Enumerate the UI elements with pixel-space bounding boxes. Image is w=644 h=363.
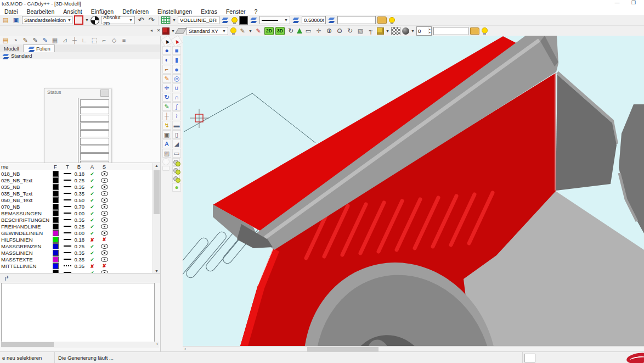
tree-root-standard[interactable]: Standard	[0, 52, 160, 59]
camera-icon[interactable]: ▣	[162, 130, 171, 139]
chevron-down-icon[interactable]: ▼	[386, 29, 389, 33]
save-icon[interactable]: ▣	[12, 16, 20, 25]
layer-active-toggle[interactable]: ✔	[87, 191, 98, 197]
solid-wedge-icon[interactable]: ◢	[172, 139, 181, 148]
layer-linetype-cell[interactable]	[61, 219, 74, 220]
layers-icon[interactable]	[327, 16, 336, 24]
pipe-joint-icon[interactable]: ⌐	[100, 36, 109, 44]
layer-row[interactable]: 018_NB0.18✔	[0, 170, 160, 177]
column-name[interactable]: me	[0, 164, 49, 170]
3d-viewport[interactable]	[183, 36, 644, 346]
zoom-in-icon[interactable]: ⊕	[325, 26, 334, 35]
color-swatch[interactable]	[53, 171, 59, 177]
snap-grid-icon[interactable]: ┼	[162, 111, 171, 120]
scroll-up-icon[interactable]: ▲	[155, 164, 159, 167]
layer-visible-toggle[interactable]	[98, 204, 111, 209]
color-swatch[interactable]	[53, 256, 59, 263]
select-red-cursor-icon[interactable]: ▲	[171, 35, 183, 47]
pick-flash-icon[interactable]: ↯	[162, 121, 171, 130]
layer-active-toggle[interactable]: ✔	[87, 204, 98, 210]
tab-folien[interactable]: Folien	[23, 44, 55, 52]
redo-icon[interactable]: ↷	[147, 16, 156, 25]
status-field[interactable]	[80, 99, 109, 107]
pencil-edit-icon[interactable]: ✎	[31, 36, 39, 44]
status-field[interactable]	[80, 122, 109, 130]
color-swatch[interactable]	[53, 184, 59, 190]
layer-active-toggle[interactable]: ✘	[87, 263, 98, 269]
layer-table-scrollbar[interactable]: ▲ ▼	[152, 163, 160, 273]
view-extra-field[interactable]	[433, 27, 468, 35]
render-sphere-icon[interactable]	[402, 27, 409, 35]
layer-visible-toggle[interactable]	[98, 198, 111, 203]
layer-active-toggle[interactable]: ✔	[87, 197, 98, 203]
solid-torus-icon[interactable]: ◎	[172, 74, 181, 83]
solid-cylinder-icon[interactable]: ▮	[172, 55, 181, 64]
column-active[interactable]: A	[87, 164, 98, 170]
zoom-out-icon[interactable]: ⊖	[335, 26, 344, 35]
folder-paint-icon[interactable]	[470, 27, 479, 35]
cube-icon[interactable]: ⬚	[90, 36, 99, 44]
pen-e-icon[interactable]: ✎	[254, 26, 263, 35]
layer-row[interactable]: MASSLINIEN0.35✔	[0, 249, 160, 256]
doc-icon[interactable]: ▤	[1, 36, 10, 44]
solid-slab-icon[interactable]: ▭	[172, 149, 181, 158]
layers-icon[interactable]	[250, 16, 258, 24]
folder-paint-icon[interactable]	[377, 16, 387, 24]
layer-color-cell[interactable]	[49, 184, 61, 190]
menu-ansicht[interactable]: Ansicht	[59, 8, 86, 15]
boolean-subtract-icon[interactable]	[172, 166, 180, 174]
solid-cube-red-icon[interactable]	[162, 27, 170, 35]
color-swatch[interactable]	[53, 177, 59, 183]
layer-row[interactable]: 035_NB0.35✔	[0, 183, 160, 190]
layer-row[interactable]: FREIHANDLINIE0.25✔	[0, 223, 160, 230]
zoom-extents-icon[interactable]: ▧	[356, 26, 365, 35]
scrollbar-thumb[interactable]	[1, 342, 54, 347]
layer-visible-toggle[interactable]	[98, 231, 111, 236]
layer-visible-toggle[interactable]	[98, 257, 111, 262]
layer-visible-toggle[interactable]	[98, 250, 111, 255]
coordinate-mode-combo[interactable]: Absolut 2D▼	[101, 16, 135, 24]
rotate-tool-icon[interactable]: ↻	[162, 93, 171, 102]
orbit-view-icon[interactable]: ↻	[286, 26, 295, 35]
redo-curve-icon[interactable]: ↱	[2, 274, 11, 283]
column-color[interactable]: F	[49, 164, 61, 170]
minimize-button[interactable]: —	[611, 0, 623, 7]
orbit-sphere-icon[interactable]: ◐	[162, 55, 171, 64]
solid-box-icon[interactable]: ■	[172, 46, 181, 55]
zoom-window-icon[interactable]: ▭	[304, 26, 313, 35]
layer-color-cell[interactable]	[49, 171, 61, 177]
rotate-view-icon[interactable]: ↻	[346, 26, 354, 35]
selection-mode-combo[interactable]: Standardselektion▼	[22, 16, 72, 24]
layer-linetype-cell[interactable]	[61, 206, 74, 207]
layer-visible-toggle[interactable]	[98, 211, 111, 216]
layer-active-toggle[interactable]: ✔	[87, 250, 98, 256]
menu-einstellungen[interactable]: Einstellungen	[153, 8, 196, 15]
status-field[interactable]	[80, 130, 109, 137]
menu-extras[interactable]: Extras	[196, 8, 222, 15]
boolean-intersect-icon[interactable]	[172, 175, 180, 182]
color-swatch[interactable]	[53, 191, 59, 197]
bulb-icon[interactable]	[481, 27, 488, 35]
layer-active-toggle[interactable]: ✔	[87, 210, 98, 216]
layer-color-cell[interactable]	[49, 250, 61, 256]
flag-icon[interactable]: ⊿	[60, 36, 69, 44]
spinner-field[interactable]	[417, 28, 428, 34]
layer-linetype-cell[interactable]	[61, 193, 74, 194]
status-window-close-button[interactable]	[100, 90, 109, 97]
layer-visible-toggle[interactable]	[98, 244, 111, 249]
layer-linetype-cell[interactable]	[61, 213, 74, 214]
extra-field[interactable]	[337, 16, 376, 24]
color-swatch[interactable]	[53, 250, 59, 256]
cube-yellow-icon[interactable]	[377, 27, 384, 35]
layer-color-cell[interactable]	[49, 191, 61, 197]
menu-bearbeiten[interactable]: Bearbeiten	[22, 8, 59, 15]
layer-color-cell[interactable]	[49, 230, 61, 236]
wrench-icon[interactable]: ✎	[238, 26, 247, 35]
layer-color-cell[interactable]	[49, 217, 61, 223]
layer-row[interactable]: MASSTEXTE0.35✔	[0, 256, 160, 263]
snap-cross-icon[interactable]: ┼	[70, 36, 79, 44]
panel-close-button[interactable]: ✕	[155, 27, 162, 33]
corner-snap-icon[interactable]: ∟	[80, 36, 89, 44]
solid-sphere-icon[interactable]: ●	[172, 65, 181, 74]
status-field[interactable]	[80, 146, 109, 153]
